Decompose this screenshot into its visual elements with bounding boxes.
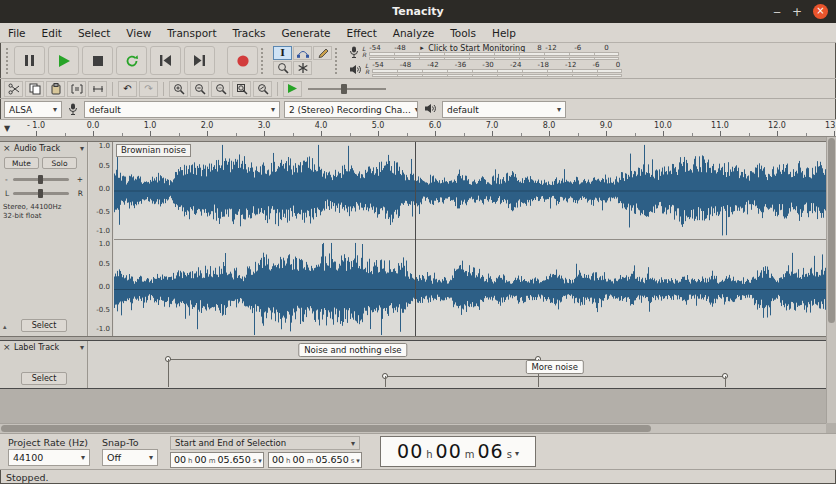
zoom-toggle-icon [257, 83, 269, 95]
timeline-label: 1.0 [144, 121, 157, 130]
silence-selection-button[interactable] [88, 81, 107, 97]
timeline-tick [549, 131, 550, 136]
vertical-scrollbar[interactable] [826, 137, 836, 423]
waveform-channel-left[interactable] [114, 142, 826, 239]
time-unit: m [209, 457, 216, 465]
play-button[interactable] [48, 46, 79, 75]
label-text[interactable]: More noise [525, 360, 583, 374]
mute-button[interactable]: Mute [4, 157, 39, 169]
play-at-speed-button[interactable] [283, 81, 302, 97]
pan-slider-thumb[interactable] [38, 189, 43, 198]
timeline-tick [93, 131, 94, 136]
menu-item-analyze[interactable]: Analyze [385, 27, 442, 39]
recording-channels-select[interactable]: 2 (Stereo) Recording Cha...▾ [284, 101, 418, 118]
meter-tick: -42 [427, 61, 438, 69]
solo-button[interactable]: Solo [42, 157, 77, 169]
multi-tool-button[interactable] [293, 61, 312, 75]
snap-to-select[interactable]: Off▾ [102, 449, 158, 466]
device-toolbar: ALSA▾ default▾ 2 (Stereo) Recording Cha.… [0, 99, 836, 120]
track-close-button[interactable]: × [3, 342, 11, 352]
track-type-label: Label Track [14, 343, 59, 352]
hscroll-thumb[interactable] [1, 425, 651, 432]
horizontal-scrollbar[interactable] [0, 423, 826, 433]
audio-position-display[interactable]: 00h00m06s▾ [380, 436, 536, 467]
undo-button[interactable]: ↶ [118, 81, 137, 97]
project-rate-select[interactable]: 44100▾ [8, 449, 90, 466]
playback-speed-slider[interactable] [308, 83, 386, 95]
track-select-button[interactable]: Select [21, 372, 67, 385]
zoom-toggle-button[interactable] [253, 81, 272, 97]
menu-item-file[interactable]: File [0, 27, 34, 39]
playback-meter[interactable]: LR -54-48-42-36-30-24-18-12-60 [349, 61, 628, 77]
loop-button[interactable] [116, 46, 147, 75]
paste-button[interactable] [46, 81, 65, 97]
vertical-scale-ruler[interactable]: 1.00.50.0-0.5-1.01.00.50.0-0.5-1.0 [89, 142, 113, 336]
timeline-minor-tick [749, 133, 750, 136]
toolbar-grip[interactable] [335, 48, 340, 74]
toolbar-grip[interactable] [6, 48, 11, 74]
label-text[interactable]: Noise and nothing else [298, 343, 407, 357]
timeline-tick [720, 131, 721, 136]
menu-item-tools[interactable]: Tools [442, 27, 484, 39]
meter-tick: -6 [593, 61, 600, 69]
menu-item-tracks[interactable]: Tracks [225, 27, 274, 39]
gain-slider-thumb[interactable] [38, 175, 43, 184]
selection-mode-select[interactable]: Start and End of Selection▾ [170, 436, 360, 450]
selection-tool-button[interactable]: I [273, 46, 292, 60]
skip-to-end-button[interactable] [184, 46, 215, 75]
copy-button[interactable] [25, 81, 44, 97]
pan-slider[interactable]: L R [0, 188, 88, 200]
menu-item-generate[interactable]: Generate [273, 27, 338, 39]
menu-item-edit[interactable]: Edit [34, 27, 70, 39]
menu-item-select[interactable]: Select [70, 27, 118, 39]
meter-toolbar: LR -54 -48 ▸ Click to Start Monitoring 8… [349, 44, 628, 77]
menu-item-effect[interactable]: Effect [339, 27, 385, 39]
vscroll-thumb[interactable] [828, 138, 835, 323]
pause-button[interactable] [14, 46, 45, 75]
envelope-tool-button[interactable] [293, 46, 312, 60]
cut-button[interactable] [4, 81, 23, 97]
collapse-track-button[interactable]: ▴ [3, 323, 7, 331]
zoom-out-button[interactable] [190, 81, 209, 97]
recording-device-select[interactable]: default▾ [84, 101, 280, 118]
recording-meter-scale: -54 -48 ▸ Click to Start Monitoring 8 -1… [369, 44, 625, 52]
close-button[interactable]: × [813, 4, 828, 19]
channel-labels: LR [365, 63, 369, 75]
label-stem [385, 376, 386, 387]
waveform-channel-right[interactable] [114, 240, 826, 338]
timeline-options-button[interactable]: ▼ [4, 124, 10, 133]
timeline-tick [606, 131, 607, 136]
menu-item-help[interactable]: Help [484, 27, 524, 39]
speed-slider-thumb[interactable] [341, 84, 347, 94]
scale-label: -0.5 [96, 209, 110, 216]
redo-button[interactable]: ↷ [139, 81, 158, 97]
draw-tool-button[interactable] [313, 46, 332, 60]
meter-tick: -54 [372, 61, 383, 69]
playback-device-select[interactable]: default▾ [442, 101, 566, 118]
selection-end-field[interactable]: 00h00m05.650s▾ [268, 452, 362, 468]
track-menu-button[interactable]: ▾ [80, 343, 84, 352]
track-menu-button[interactable]: ▾ [80, 144, 84, 153]
stop-button[interactable] [82, 46, 113, 75]
maximize-button[interactable]: + [792, 6, 802, 18]
skip-to-start-button[interactable] [150, 46, 181, 75]
record-button[interactable] [227, 46, 258, 75]
timeline-minor-tick [635, 133, 636, 136]
track-select-button[interactable]: Select [21, 319, 67, 332]
trim-outside-selection-button[interactable] [67, 81, 86, 97]
menu-item-transport[interactable]: Transport [159, 27, 224, 39]
minimize-button[interactable]: ‒ [773, 6, 781, 18]
label-area[interactable]: Noise and nothing elseMore noise [89, 341, 826, 388]
toolbar-grip[interactable] [261, 48, 266, 74]
recording-meter[interactable]: LR -54 -48 ▸ Click to Start Monitoring 8… [349, 44, 628, 60]
zoom-tool-button[interactable] [273, 61, 292, 75]
fit-selection-button[interactable] [211, 81, 230, 97]
fit-project-button[interactable] [232, 81, 251, 97]
menu-item-view[interactable]: View [118, 27, 159, 39]
gain-slider[interactable]: - + [0, 174, 88, 186]
timeline-ruler[interactable]: ▼ - 1.00.01.02.03.04.05.06.07.08.09.010.… [0, 120, 836, 137]
selection-start-field[interactable]: 00h00m05.650s▾ [170, 452, 264, 468]
audio-host-select[interactable]: ALSA▾ [4, 101, 62, 118]
zoom-in-button[interactable] [169, 81, 188, 97]
track-close-button[interactable]: × [3, 143, 11, 153]
